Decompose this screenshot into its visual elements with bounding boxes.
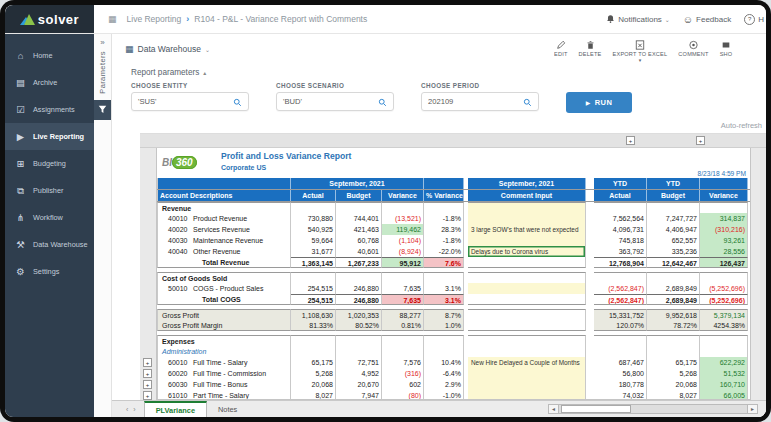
tab-scroll-right-icon[interactable]: › (133, 406, 135, 413)
sidebar-item-assignments[interactable]: ☑Assignments (5, 96, 94, 123)
sidebar-item-publisher[interactable]: ⧉Publisher (5, 177, 94, 204)
table-row: 40040Other Revenue31,67740,601(8,924)-22… (157, 246, 750, 257)
search-icon[interactable] (523, 93, 532, 111)
tab-scroll-left-icon[interactable]: ‹ (126, 406, 128, 413)
export-to-excel-button[interactable]: EXPORT TO EXCEL▾ (613, 40, 668, 62)
cell-comment-input[interactable] (468, 283, 586, 294)
cell-comment-input[interactable]: Delays due to Corona virus (468, 246, 586, 257)
grid-menu-icon[interactable]: ▦ (108, 14, 117, 24)
cell-comment-input[interactable] (468, 235, 586, 246)
choose-scenario-input[interactable]: 'BUD' (276, 92, 394, 111)
cell-variance (382, 335, 424, 346)
cell-pct-variance (424, 346, 464, 357)
column-spacer (586, 335, 594, 346)
cell-ytd-budget: 12,642,467 (647, 257, 700, 268)
row-label: Total Revenue (157, 257, 291, 268)
subsection-label: Administration (157, 346, 291, 357)
breadcrumb-section[interactable]: Live Reporting (127, 14, 182, 24)
table-row: 60030Full Time - Bonus20,06820,6706022.9… (157, 379, 750, 390)
bi360-logo: BI360 (162, 157, 197, 168)
data-source-dropdown[interactable]: ▦ Data Warehouse ⌄ (125, 44, 210, 54)
cell-ytd-budget: 20,068 (647, 379, 700, 390)
cell-comment-input[interactable] (468, 309, 586, 320)
report-table: September, 2021 September, 2021 YTD YTD (157, 178, 750, 400)
cell-comment-input[interactable] (468, 272, 586, 283)
report-subtitle: Corporate US (221, 164, 266, 171)
table-row: 50010COGS - Product Sales254,515246,8807… (157, 283, 750, 294)
scrollbar-thumb[interactable] (561, 405, 631, 413)
cell-ytd-actual: (2,562,847) (594, 283, 647, 294)
auto-refresh-label[interactable]: Auto-refresh (721, 121, 762, 133)
filter-button[interactable] (94, 100, 111, 120)
collapse-panel-icon[interactable]: » (100, 34, 104, 49)
row-group-expand-button[interactable]: + (143, 380, 152, 389)
cell-ytd-variance: (310,216) (700, 224, 748, 235)
cell-variance: (1,104) (382, 235, 424, 246)
choose-entity-input[interactable]: 'SUS' (131, 92, 249, 111)
run-button[interactable]: ▶RUN (566, 92, 632, 113)
sidebar-item-label: Home (33, 51, 52, 60)
column-spacer (586, 224, 594, 235)
cell-comment-input[interactable] (468, 390, 586, 400)
cell-ytd-variance (700, 202, 748, 213)
cell-comment-input[interactable] (468, 257, 586, 268)
search-icon[interactable] (233, 93, 242, 111)
edit-button[interactable]: EDIT (554, 40, 568, 57)
sidebar-item-archive[interactable]: ▤Archive (5, 69, 94, 96)
sidebar-item-live-reporting[interactable]: ▶Live Reporting (5, 123, 94, 150)
cell-comment-input[interactable] (468, 320, 586, 331)
comment-button[interactable]: COMMENT (678, 40, 708, 57)
cell-comment-input[interactable] (468, 379, 586, 390)
cell-budget: 20,670 (336, 379, 382, 390)
cell-budget: 246,880 (336, 294, 382, 305)
search-icon[interactable] (378, 93, 387, 111)
scroll-right-button[interactable]: ► (747, 404, 758, 414)
row-group-expand-button[interactable]: + (143, 391, 152, 400)
breadcrumb-page: R104 - P&L - Variance Report with Commen… (194, 14, 367, 24)
cell-comment-input[interactable] (468, 213, 586, 224)
sidebar-item-settings[interactable]: ⚙Settings (5, 258, 94, 285)
delete-button[interactable]: DELETE (579, 40, 602, 57)
feedback-button[interactable]: ☺ Feedback (683, 14, 731, 25)
cell-comment-input[interactable]: 3 large SOW's that were not expected (468, 224, 586, 235)
cell-comment-input[interactable] (468, 335, 586, 346)
cell-ytd-variance: 622,292 (700, 357, 748, 368)
help-button[interactable]: ? H (744, 14, 764, 25)
sidebar-item-data-warehouse[interactable]: ⚒Data Warehouse (5, 231, 94, 258)
sidebar-item-home[interactable]: ⌂Home (5, 42, 94, 69)
cell-variance (382, 272, 424, 283)
cell-ytd-budget: 78.72% (647, 320, 700, 331)
column-group-expand-button[interactable]: + (696, 136, 705, 145)
choose-period-input[interactable]: 202109 (421, 92, 539, 111)
row-group-expand-button[interactable]: + (143, 369, 152, 378)
delete-icon (586, 40, 595, 50)
edit-icon (556, 40, 566, 50)
cell-comment-input[interactable]: New Hire Delayed a Couple of Months (468, 357, 586, 368)
sho-button[interactable]: SHO (720, 40, 733, 57)
report-parameters-toggle[interactable]: Report parameters ▴ (112, 64, 766, 81)
row-group-expand-button[interactable]: + (143, 358, 152, 367)
cell-comment-input[interactable] (468, 346, 586, 357)
cell-comment-input[interactable] (468, 202, 586, 213)
table-row: Expenses (157, 335, 750, 346)
sidebar-item-workflow[interactable]: ⋔Workflow (5, 204, 94, 231)
cell-comment-input[interactable] (468, 368, 586, 379)
run-button-label: RUN (595, 98, 612, 107)
column-group-expand-button[interactable]: + (626, 136, 635, 145)
scroll-left-button[interactable]: ◄ (548, 404, 559, 414)
cell-comment-input[interactable] (468, 294, 586, 305)
scrollbar-track[interactable] (559, 404, 747, 414)
input-value: 202109 (428, 97, 453, 106)
sheet-tab-plvariance[interactable]: PLVariance (144, 401, 207, 417)
account-code: 40040 (157, 246, 191, 257)
cell-pct-variance: 2.9% (424, 379, 464, 390)
column-spacer (586, 346, 594, 357)
table-row: Total COGS254,515246,8807,6353.1%(2,562,… (157, 294, 750, 305)
chevron-down-icon: ⌄ (205, 46, 210, 53)
sidebar-item-budgeting[interactable]: ⊞Budgeting (5, 150, 94, 177)
cell-ytd-variance: 28,556 (700, 246, 748, 257)
notifications-button[interactable]: Notifications ⌄ (606, 14, 670, 24)
sheet-tab-notes[interactable]: Notes (207, 401, 248, 417)
sheet-tabs: PLVarianceNotes (144, 401, 249, 417)
table-row: 60010Full Time - Salary65,17572,7517,576… (157, 357, 750, 368)
